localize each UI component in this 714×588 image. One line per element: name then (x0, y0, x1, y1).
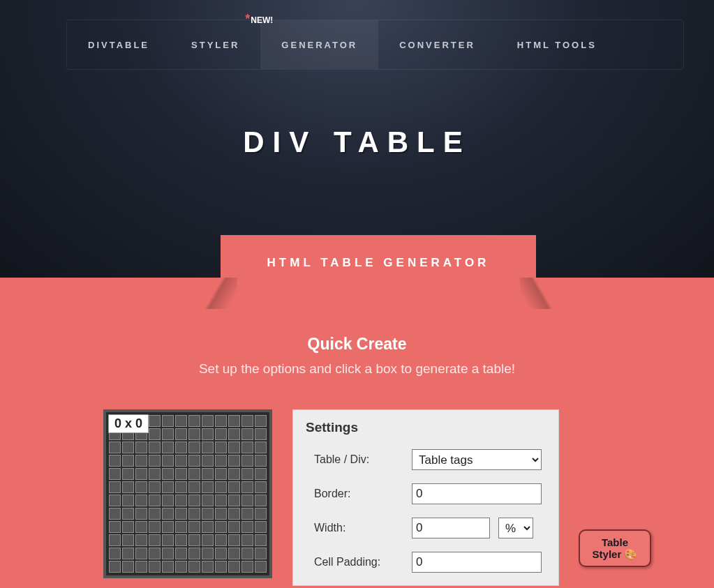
grid-cell[interactable] (162, 534, 174, 546)
grid-cell[interactable] (175, 468, 187, 480)
grid-cell[interactable] (202, 468, 214, 480)
grid-cell[interactable] (255, 442, 267, 453)
grid-cell[interactable] (162, 428, 174, 440)
grid-cell[interactable] (255, 481, 267, 493)
grid-cell[interactable] (215, 428, 227, 440)
grid-cell[interactable] (122, 521, 134, 533)
grid-cell[interactable] (188, 495, 200, 506)
grid-cell[interactable] (135, 534, 147, 546)
grid-cell[interactable] (149, 561, 161, 573)
grid-cell[interactable] (188, 521, 200, 533)
grid-cell[interactable] (175, 561, 187, 573)
grid-cell[interactable] (255, 508, 267, 520)
grid-cell[interactable] (162, 468, 174, 480)
grid-cell[interactable] (109, 548, 121, 559)
grid-cell[interactable] (228, 561, 240, 573)
grid-cell[interactable] (255, 468, 267, 480)
grid-cell[interactable] (135, 495, 147, 506)
grid-cell[interactable] (109, 534, 121, 546)
grid-cell[interactable] (202, 442, 214, 453)
grid-cell[interactable] (122, 508, 134, 520)
grid-cell[interactable] (175, 495, 187, 506)
grid-cell[interactable] (202, 534, 214, 546)
grid-cell[interactable] (109, 495, 121, 506)
grid-cell[interactable] (228, 534, 240, 546)
grid-cell[interactable] (162, 442, 174, 453)
grid-cell[interactable] (241, 442, 253, 453)
grid-cell[interactable] (228, 455, 240, 467)
grid-cell[interactable] (228, 428, 240, 440)
grid-cell[interactable] (122, 534, 134, 546)
grid-cell[interactable] (175, 481, 187, 493)
grid-cell[interactable] (215, 521, 227, 533)
grid-cell[interactable] (228, 495, 240, 506)
grid-cell[interactable] (241, 548, 253, 559)
grid-cell[interactable] (162, 561, 174, 573)
grid-cell[interactable] (215, 561, 227, 573)
grid-cell[interactable] (215, 481, 227, 493)
grid-cell[interactable] (149, 534, 161, 546)
grid-cell[interactable] (149, 495, 161, 506)
grid-cell[interactable] (241, 481, 253, 493)
grid-cell[interactable] (202, 561, 214, 573)
grid-cell[interactable] (215, 534, 227, 546)
grid-cell[interactable] (175, 534, 187, 546)
grid-cell[interactable] (109, 561, 121, 573)
grid-cell[interactable] (135, 548, 147, 559)
grid-cell[interactable] (162, 455, 174, 467)
grid-cell[interactable] (109, 468, 121, 480)
grid-cell[interactable] (241, 455, 253, 467)
grid-cell[interactable] (188, 468, 200, 480)
grid-cell[interactable] (188, 455, 200, 467)
grid-cell[interactable] (149, 415, 161, 427)
grid-cell[interactable] (202, 495, 214, 506)
grid-cell[interactable] (122, 548, 134, 559)
grid-cell[interactable] (188, 481, 200, 493)
nav-divtable[interactable]: DIVTABLE (67, 20, 170, 69)
grid-cell[interactable] (135, 561, 147, 573)
table-div-select[interactable]: Table tags (412, 449, 542, 470)
grid-cell[interactable] (135, 521, 147, 533)
grid-cell[interactable] (149, 468, 161, 480)
grid-cell[interactable] (255, 428, 267, 440)
grid-cell[interactable] (135, 468, 147, 480)
grid-cell[interactable] (228, 521, 240, 533)
grid-cell[interactable] (149, 481, 161, 493)
grid-cell[interactable] (175, 455, 187, 467)
width-unit-select[interactable]: % (498, 518, 533, 538)
grid-cell[interactable] (241, 495, 253, 506)
grid-cell[interactable] (149, 442, 161, 453)
grid-cell[interactable] (135, 508, 147, 520)
nav-htmltools[interactable]: HTML TOOLS (496, 20, 618, 69)
grid-cell[interactable] (228, 508, 240, 520)
grid-cell[interactable] (215, 495, 227, 506)
grid-cell[interactable] (215, 455, 227, 467)
grid-cell[interactable] (175, 415, 187, 427)
grid-cell[interactable] (202, 415, 214, 427)
grid-cell[interactable] (202, 428, 214, 440)
grid-cell[interactable] (202, 508, 214, 520)
grid-cell[interactable] (162, 415, 174, 427)
border-input[interactable] (412, 483, 542, 504)
nav-converter[interactable]: CONVERTER (378, 20, 496, 69)
grid-cell[interactable] (122, 468, 134, 480)
grid-cell[interactable] (255, 455, 267, 467)
grid-cell[interactable] (202, 521, 214, 533)
grid-cell[interactable] (241, 521, 253, 533)
grid-cell[interactable] (188, 508, 200, 520)
grid-cell[interactable] (202, 455, 214, 467)
grid-cell[interactable] (149, 548, 161, 559)
grid-cell[interactable] (255, 415, 267, 427)
grid-cell[interactable] (109, 455, 121, 467)
grid-cell[interactable] (122, 455, 134, 467)
grid-cell[interactable] (188, 428, 200, 440)
grid-cell[interactable] (228, 548, 240, 559)
grid-cell[interactable] (175, 428, 187, 440)
grid-cell[interactable] (228, 415, 240, 427)
grid-cell[interactable] (175, 442, 187, 453)
grid-cell[interactable] (162, 548, 174, 559)
grid-cell[interactable] (149, 428, 161, 440)
grid-cell[interactable] (241, 534, 253, 546)
grid-cell[interactable] (255, 495, 267, 506)
grid-cell[interactable] (162, 495, 174, 506)
